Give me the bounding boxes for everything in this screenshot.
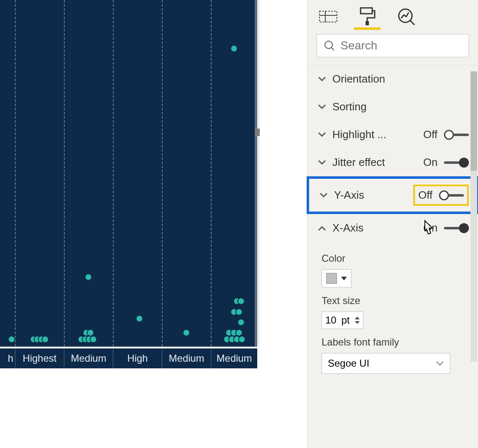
x-label: Medium — [211, 348, 257, 368]
chart-col-separator — [162, 0, 163, 346]
pane-scrollbar-thumb[interactable] — [471, 71, 477, 171]
textsize-unit: pt — [341, 314, 350, 326]
chart-col-separator — [113, 0, 114, 346]
chart-data-point — [87, 329, 94, 336]
svg-rect-4 — [366, 21, 369, 25]
chevron-up-icon — [317, 225, 327, 231]
chart-data-point — [237, 319, 245, 326]
chart-data-point — [235, 329, 243, 336]
prop-font-label: Labels font family — [322, 336, 464, 348]
toggle-state-text: On — [423, 156, 440, 169]
chart-data-point — [8, 336, 15, 343]
row-label: Orientation — [332, 73, 469, 85]
row-label: Y-Axis — [334, 189, 410, 202]
x-label: h — [0, 348, 15, 368]
svg-line-8 — [332, 48, 334, 51]
chart-col-separator — [15, 0, 16, 346]
textsize-stepper[interactable]: 10 pt — [322, 312, 363, 329]
toggle-y-axis[interactable] — [439, 191, 464, 200]
chevron-down-icon — [317, 104, 327, 110]
chevron-down-icon — [317, 132, 327, 138]
chart-data-point — [238, 336, 246, 343]
chart-col-separator — [211, 0, 212, 346]
search-input[interactable] — [341, 39, 462, 52]
x-label: Medium — [64, 348, 113, 368]
row-y-axis[interactable]: Y-Axis Off — [309, 179, 476, 212]
search-icon — [324, 40, 334, 51]
format-options-list: Orientation Sorting Highlight ... Off Ji… — [307, 65, 478, 382]
spinner-icon[interactable] — [355, 317, 360, 324]
toggle-x-axis[interactable] — [444, 224, 469, 233]
x-label: High — [113, 348, 162, 368]
chart-data-point — [41, 336, 49, 343]
tab-analytics[interactable] — [395, 6, 417, 27]
row-label: X-Axis — [332, 222, 418, 234]
row-x-axis[interactable]: X-Axis On — [307, 214, 478, 242]
row-jitter[interactable]: Jitter effect On — [307, 149, 478, 176]
chart-scrollbar-thumb[interactable] — [255, 129, 260, 136]
row-label: Sorting — [332, 100, 469, 113]
row-sorting[interactable]: Sorting — [307, 93, 478, 121]
chart-x-axis-labels: h Highest Medium High Medium Medium — [0, 348, 257, 368]
font-family-select[interactable]: Segoe UI — [322, 353, 450, 374]
color-select[interactable] — [322, 269, 351, 287]
chart-data-point — [235, 308, 243, 316]
format-pane: Orientation Sorting Highlight ... Off Ji… — [307, 0, 478, 448]
chart-data-point — [90, 336, 97, 343]
prop-color-label: Color — [322, 253, 464, 264]
tab-fields[interactable] — [317, 6, 339, 27]
chart-data-point — [237, 297, 245, 305]
toggle-state-text: Off — [418, 189, 435, 202]
chart-scrollbar-track[interactable] — [255, 0, 260, 346]
chevron-down-icon — [317, 160, 327, 166]
format-pane-tabs — [307, 0, 478, 27]
row-label: Jitter effect — [332, 156, 418, 169]
tab-format[interactable] — [356, 6, 378, 27]
toggle-highlight[interactable] — [444, 130, 469, 139]
font-family-value: Segoe UI — [328, 358, 369, 369]
svg-rect-3 — [361, 8, 372, 14]
x-label: Medium — [162, 348, 211, 368]
textsize-value: 10 — [325, 314, 337, 326]
chart-area: h Highest Medium High Medium Medium — [0, 0, 282, 369]
search-box[interactable] — [317, 34, 469, 57]
svg-line-6 — [410, 20, 415, 25]
chart-data-point — [183, 329, 190, 336]
chart-col-separator — [64, 0, 65, 346]
row-label: Highlight ... — [332, 128, 418, 141]
row-orientation[interactable]: Orientation — [307, 65, 478, 93]
chart-baseline — [0, 346, 257, 347]
chevron-down-icon — [318, 192, 329, 198]
toggle-state-text: Off — [423, 128, 440, 141]
chart-data-point — [230, 45, 238, 52]
x-axis-properties: Color Text size 10 pt Labels font family… — [307, 242, 478, 382]
color-swatch — [326, 273, 337, 284]
toggle-jitter[interactable] — [444, 158, 469, 167]
x-label: Highest — [15, 348, 64, 368]
analytics-icon — [397, 7, 415, 26]
svg-rect-0 — [319, 11, 337, 22]
fields-icon — [319, 9, 338, 24]
row-highlight[interactable]: Highlight ... Off — [307, 121, 478, 149]
caret-down-icon — [341, 277, 347, 280]
toggle-state-text: On — [423, 222, 440, 234]
prop-textsize-label: Text size — [322, 295, 464, 307]
paint-roller-icon — [359, 7, 376, 26]
chart-data-point — [136, 315, 143, 322]
chevron-down-icon — [436, 360, 444, 366]
svg-point-7 — [325, 41, 332, 49]
chart-plot — [0, 0, 257, 346]
chevron-down-icon — [317, 76, 327, 82]
chart-data-point — [85, 273, 92, 281]
